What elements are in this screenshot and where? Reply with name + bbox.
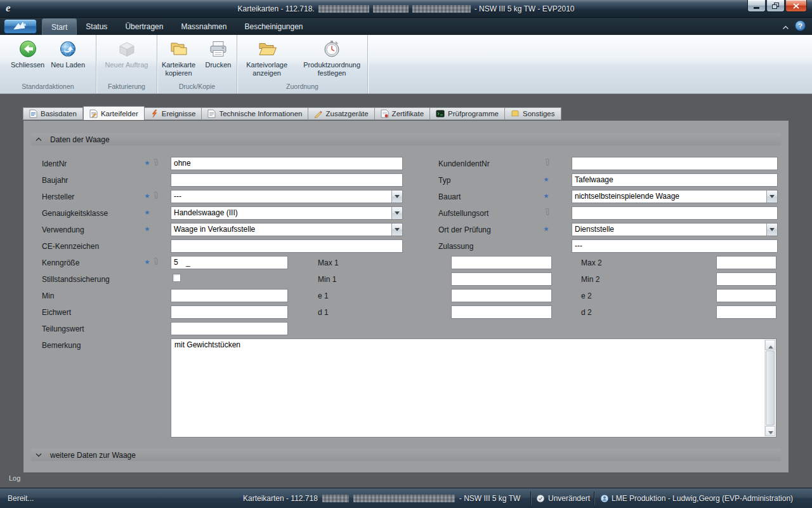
vertical-scrollbar[interactable]: [764, 340, 775, 436]
refresh-globe-icon: [58, 39, 77, 58]
baujahr-input[interactable]: [171, 173, 403, 187]
redacted-text: [322, 495, 349, 502]
verwendung-select[interactable]: Waage in Verkaufsstelle: [171, 223, 403, 236]
tab-label: Karteifelder: [101, 110, 138, 117]
ort-der-pruefung-select[interactable]: Dienststelle: [572, 223, 778, 236]
identnr-input[interactable]: ohne: [171, 157, 403, 170]
min-input[interactable]: [171, 289, 288, 302]
pencil-icon: [314, 109, 322, 118]
bauart-select[interactable]: nichtselbsteinspielende Waage: [572, 190, 778, 203]
ribbon-collapse-button[interactable]: [782, 23, 789, 32]
tab-karteifelder[interactable]: Karteifelder: [83, 106, 145, 120]
back-arrow-icon: [18, 39, 37, 58]
log-panel-tab[interactable]: Log: [9, 474, 20, 482]
ribbon-tab-bescheinigungen[interactable]: Bescheinigungen: [235, 18, 311, 35]
star-icon: ★: [542, 225, 550, 233]
tab-ereignisse[interactable]: Ereignisse: [145, 107, 202, 120]
star-icon: ★: [542, 175, 550, 184]
close-button[interactable]: [785, 0, 807, 12]
help-button[interactable]: ?: [795, 20, 806, 31]
ribbon-tab-label: Massnahmen: [181, 22, 226, 31]
section-title: weitere Daten zur Waage: [50, 451, 136, 460]
scroll-up-icon[interactable]: [765, 340, 775, 350]
minimize-button[interactable]: [747, 0, 766, 12]
zulassung-input[interactable]: ---: [572, 239, 778, 253]
aufstellungsort-input[interactable]: [572, 206, 778, 220]
kundenidentnr-input[interactable]: [572, 157, 778, 170]
tab-label: Zusatzgeräte: [325, 110, 368, 117]
dropdown-arrow-icon[interactable]: [766, 224, 777, 236]
bemerkung-label: Bemerkung: [42, 341, 81, 350]
application-menu-button[interactable]: [4, 19, 37, 34]
scrollbar-thumb[interactable]: [766, 351, 775, 425]
dropdown-arrow-icon[interactable]: [766, 190, 777, 203]
karteivorlage-anzeigen-button[interactable]: Karteivorlage anzeigen: [237, 37, 296, 77]
tab-zertifikate[interactable]: Zertifikate: [375, 107, 431, 120]
section-weitere-daten-zur-waage[interactable]: weitere Daten zur Waage: [31, 449, 781, 461]
karteikarte-kopieren-button[interactable]: Karteikarte kopieren: [157, 37, 200, 77]
dropdown-arrow-icon[interactable]: [391, 224, 402, 236]
stillstandssicherung-checkbox[interactable]: [173, 274, 181, 282]
tab-technische-informationen[interactable]: Technische Informationen: [202, 107, 308, 120]
restore-button[interactable]: [766, 0, 785, 12]
star-icon: ★: [143, 225, 151, 233]
tab-basisdaten[interactable]: Basisdaten: [23, 107, 83, 120]
genauigkeitsklasse-select[interactable]: Handelswaage (III): [171, 206, 403, 220]
verwendung-value: Waage in Verkaufsstelle: [174, 225, 255, 234]
karteifelder-form-panel: Daten der Waage IdentNr Baujahr Herstell…: [23, 120, 789, 473]
button-label: Karteikarte kopieren: [160, 61, 197, 77]
status-user-session: LME Produktion - Ludwig,Georg (EVP-Admin…: [612, 494, 793, 503]
tab-zusatzgeraete[interactable]: Zusatzgeräte: [308, 107, 374, 120]
drucken-button[interactable]: Drucken: [200, 37, 237, 69]
button-label: Neu Laden: [51, 61, 85, 69]
baujahr-label: Baujahr: [42, 176, 68, 185]
d1-input[interactable]: [451, 305, 552, 319]
minimize-icon: [754, 7, 759, 9]
d1-label: d 1: [318, 308, 329, 317]
app-logo-icon: e: [6, 2, 11, 15]
tab-pruefprogramme[interactable]: Prüfprogramme: [430, 107, 505, 120]
min1-input[interactable]: [451, 272, 552, 286]
max1-input[interactable]: [451, 256, 552, 269]
kenngroesse-value: 5: [174, 258, 178, 267]
bemerkung-textarea[interactable]: mit Gewichtstücken: [171, 338, 776, 438]
produktzuordnung-festlegen-button[interactable]: Produktzuordnung festlegen: [296, 37, 367, 77]
tab-sonstiges[interactable]: Sonstiges: [505, 107, 561, 120]
paperclip-icon: [544, 208, 550, 217]
identnr-label: IdentNr: [42, 159, 67, 168]
eichwert-input[interactable]: [171, 305, 288, 319]
ce-kennzeichen-input[interactable]: [171, 239, 403, 253]
typ-label: Typ: [438, 176, 450, 185]
max2-input[interactable]: [716, 256, 776, 269]
chevron-up-icon: [782, 25, 789, 30]
neu-laden-button[interactable]: Neu Laden: [48, 37, 88, 69]
open-folder-icon: [257, 39, 277, 58]
neuer-auftrag-button[interactable]: Neuer Auftrag: [102, 37, 152, 69]
section-title: Daten der Waage: [50, 135, 110, 144]
e1-input[interactable]: [451, 289, 552, 302]
document-edit-icon: [89, 109, 98, 118]
ribbon-tab-label: Status: [86, 22, 107, 31]
ribbon-tab-status[interactable]: Status: [77, 18, 116, 35]
e2-label: e 2: [581, 291, 592, 300]
d2-input[interactable]: [716, 305, 776, 319]
ribbon-tab-start[interactable]: Start: [42, 18, 77, 35]
e2-input[interactable]: [716, 289, 776, 302]
paperclip-icon: [152, 191, 159, 200]
schliessen-button[interactable]: Schliessen: [8, 37, 48, 69]
typ-input[interactable]: Tafelwaage: [572, 173, 778, 187]
dropdown-arrow-icon[interactable]: [391, 207, 402, 219]
hersteller-select[interactable]: ---: [171, 190, 403, 203]
dropdown-arrow-icon[interactable]: [391, 190, 402, 203]
teilungswert-input[interactable]: [171, 322, 288, 335]
tab-label: Zertifikate: [392, 110, 424, 117]
ribbon-tab-uebertragen[interactable]: Übertragen: [116, 18, 172, 35]
ribbon-tab-massnahmen[interactable]: Massnahmen: [172, 18, 235, 35]
section-daten-der-waage[interactable]: Daten der Waage: [31, 133, 781, 145]
redacted-text: [412, 5, 471, 13]
scroll-down-icon[interactable]: [765, 426, 775, 436]
ribbon-group-fakturierung: Neuer Auftrag Fakturierung: [96, 35, 157, 93]
kenngroesse-input[interactable]: 5 _: [171, 256, 288, 269]
min2-input[interactable]: [716, 272, 776, 286]
eichwert-label: Eichwert: [42, 308, 71, 317]
